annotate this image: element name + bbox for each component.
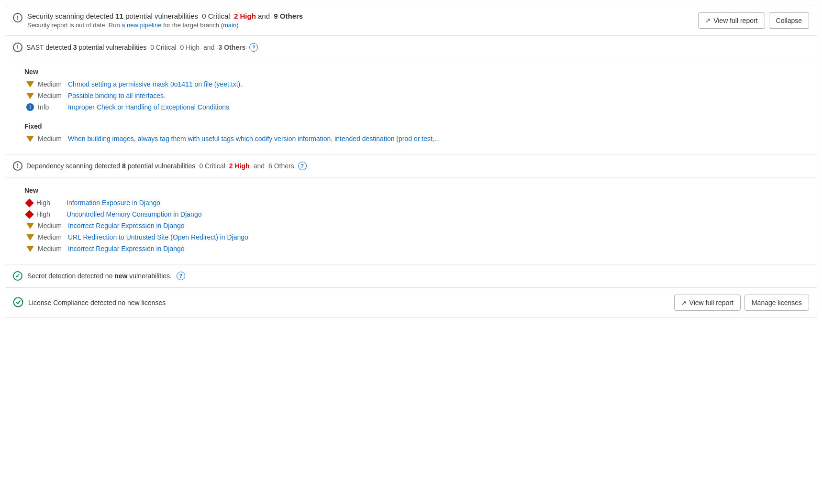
medium-severity-icon (26, 223, 34, 229)
medium-severity-icon (26, 136, 34, 142)
secret-text-prefix: Secret detection detected no (27, 272, 114, 280)
sast-high-label: 0 High (180, 44, 200, 51)
sast-title-suffix: potential vulnerabilities (77, 44, 147, 51)
sast-and-label: and (203, 44, 214, 51)
severity-medium: Medium (38, 80, 64, 88)
severity-medium: Medium (38, 245, 64, 252)
vuln-link[interactable]: Possible binding to all interfaces. (68, 92, 166, 99)
dependency-section-body: New High Information Exposure in Django … (5, 178, 817, 264)
list-item: High Uncontrolled Memory Consumption in … (24, 210, 801, 218)
header-subtitle: Security report is out of date. Run a ne… (27, 22, 303, 29)
dependency-section: ! Dependency scanning detected 8 potenti… (5, 154, 817, 264)
medium-severity-icon (26, 234, 34, 241)
license-view-report-label: View full report (689, 299, 733, 307)
collapse-label: Collapse (776, 17, 802, 24)
branch-link[interactable]: main (223, 22, 236, 29)
vuln-link[interactable]: URL Redirection to Untrusted Site (Open … (68, 233, 248, 241)
info-severity-icon: i (26, 103, 34, 111)
vuln-link[interactable]: Incorrect Regular Expression in Django (68, 245, 185, 252)
others-count: 9 (274, 12, 278, 20)
subtitle-middle: for the target branch ( (161, 22, 223, 29)
subtitle-end: ) (236, 22, 238, 29)
sast-others-label: 3 Others (218, 44, 245, 51)
manage-licenses-button[interactable]: Manage licenses (744, 295, 809, 311)
vuln-link[interactable]: Incorrect Regular Expression in Django (68, 222, 185, 230)
list-item: Medium Possible binding to all interface… (24, 92, 801, 99)
list-item: Medium Chmod setting a permissive mask 0… (24, 80, 801, 88)
external-link-icon: ↗ (705, 17, 711, 24)
dep-new-label: New (24, 186, 801, 194)
high-severity-icon (25, 210, 33, 219)
severity-high: High (36, 199, 63, 207)
license-external-link-icon: ↗ (681, 299, 687, 307)
list-item: Medium When building images, always tag … (24, 135, 801, 142)
vuln-link[interactable]: Information Exposure in Django (67, 199, 160, 207)
dep-others-label-text: Others (274, 162, 294, 170)
severity-medium: Medium (38, 222, 64, 230)
pipeline-link[interactable]: a new pipeline (122, 22, 161, 29)
secret-detection-text: Secret detection detected no new vulnera… (27, 272, 172, 280)
security-report-container: ! Security scanning detected 11 potentia… (5, 5, 817, 318)
sast-section: ! SAST detected 3 potential vulnerabilit… (5, 36, 817, 154)
sast-others-count: 3 (218, 44, 222, 51)
dependency-title: Dependency scanning detected 8 potential… (26, 162, 195, 170)
severity-info: Info (38, 103, 64, 111)
high-severity-icon (25, 198, 33, 207)
dep-others-label: 6 Others (268, 162, 294, 170)
total-count: 11 (115, 12, 123, 20)
view-full-report-label: View full report (713, 17, 757, 24)
license-compliance-buttons: ↗ View full report Manage licenses (674, 295, 809, 311)
secret-detection-row: ✓ Secret detection detected no new vulne… (5, 264, 817, 288)
header-left: ! Security scanning detected 11 potentia… (13, 12, 303, 29)
dep-high-label: 2 High (229, 162, 250, 170)
severity-medium: Medium (38, 233, 64, 241)
license-compliance-left: License Compliance detected no new licen… (13, 297, 166, 309)
severity-medium: Medium (38, 92, 64, 99)
secret-detection-help-icon[interactable]: ? (177, 272, 185, 280)
license-view-full-report-button[interactable]: ↗ View full report (674, 295, 741, 311)
dep-title-suffix: potential vulnerabilities (126, 162, 196, 170)
secret-detection-check-icon: ✓ (13, 271, 22, 281)
dep-and-label: and (254, 162, 265, 170)
sast-warning-icon: ! (13, 43, 22, 52)
sast-section-header: ! SAST detected 3 potential vulnerabilit… (5, 36, 817, 59)
dependency-section-header: ! Dependency scanning detected 8 potenti… (5, 154, 817, 178)
secret-text-bold: new (114, 272, 127, 280)
license-check-icon (13, 297, 23, 309)
high-count: 2 (234, 12, 238, 20)
title-prefix: Security scanning detected (27, 12, 115, 20)
vuln-link[interactable]: Uncontrolled Memory Consumption in Djang… (67, 210, 201, 218)
sast-critical-label: 0 Critical (150, 44, 176, 51)
sast-count: 3 (73, 44, 77, 51)
list-item: Medium URL Redirection to Untrusted Site… (24, 233, 801, 241)
medium-severity-icon (26, 81, 34, 88)
sast-title: SAST detected 3 potential vulnerabilitie… (26, 44, 146, 51)
list-item: Medium Incorrect Regular Expression in D… (24, 222, 801, 230)
vuln-link[interactable]: When building images, always tag them wi… (68, 135, 440, 142)
sast-title-prefix: SAST detected (26, 44, 73, 51)
sast-new-label: New (24, 68, 801, 76)
dep-critical-label: 0 Critical (199, 162, 225, 170)
dependency-help-icon[interactable]: ? (298, 162, 307, 170)
sast-section-body: New Medium Chmod setting a permissive ma… (5, 59, 817, 154)
others-label: Others (280, 12, 303, 20)
license-text: License Compliance detected no new licen… (28, 299, 166, 307)
collapse-button[interactable]: Collapse (769, 12, 809, 29)
vuln-link[interactable]: Chmod setting a permissive mask 0o1411 o… (68, 80, 242, 88)
dep-title-prefix: Dependency scanning detected (26, 162, 122, 170)
view-full-report-button[interactable]: ↗ View full report (698, 12, 765, 29)
svg-point-2 (14, 297, 23, 307)
dep-others-count: 6 (268, 162, 272, 170)
header-buttons: ↗ View full report Collapse (698, 12, 809, 29)
vuln-link[interactable]: Improper Check or Handling of Exceptiona… (68, 103, 229, 111)
severity-high: High (36, 210, 63, 218)
sast-help-icon[interactable]: ? (249, 43, 258, 52)
sast-others-label-text: Others (224, 44, 245, 51)
header-warning-icon: ! (13, 13, 22, 24)
manage-licenses-label: Manage licenses (752, 299, 802, 307)
header-title-block: Security scanning detected 11 potential … (27, 12, 303, 29)
group-divider (24, 115, 801, 120)
severity-medium: Medium (38, 135, 64, 142)
list-item: Medium Incorrect Regular Expression in D… (24, 245, 801, 252)
high-label: High (240, 12, 255, 20)
